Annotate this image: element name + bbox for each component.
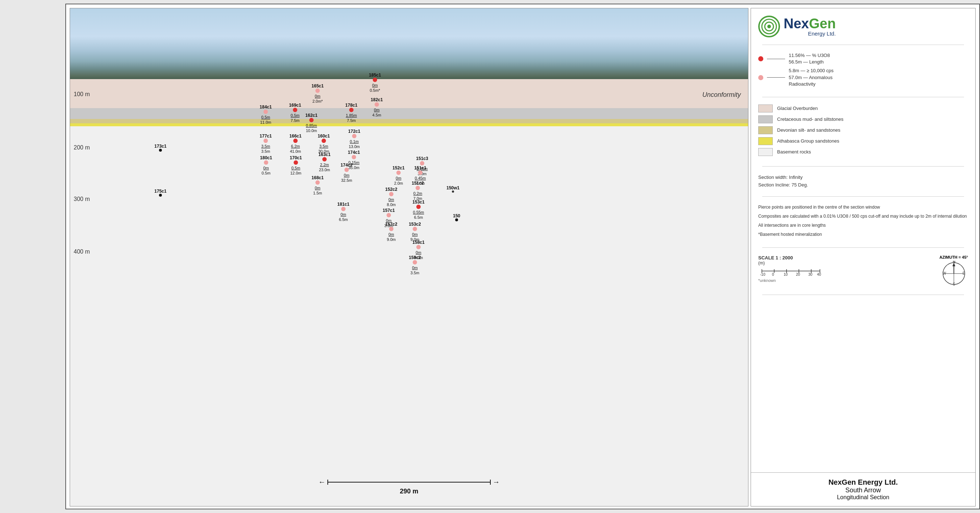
hole-data: 0m8.0m [387,197,396,208]
unconformity-label: Unconformity [702,91,741,98]
geo-devonian: Devonian silt- and sandstones [758,126,968,134]
logo-gen: Gen [809,16,836,31]
hole-label: 163c1 [318,152,330,157]
depth-100: 100 m [74,91,90,98]
svg-text:10: 10 [784,272,788,276]
logo-nex: Nex [784,16,809,31]
dot-pink [352,134,356,138]
hole-label: 177c1 [259,133,272,138]
geo-label-athabasca: Athabasca Group sandstones [777,138,839,144]
geo-box-athabasca [758,137,773,145]
hole-data: 0.5m11.0m [260,114,272,125]
arrow-left: ← [318,478,326,486]
right-panel: NexGen Energy Ltd. 11.56% — % U3O8 56.5m… [751,8,976,507]
hole-label: 165c1 [312,83,323,89]
note-item: All intersections are in core lengths [758,222,968,229]
geo-cretaceous: Cretaceous mud- and siltstones [758,115,968,123]
note-item: Composites are calculated with a 0.01% U… [758,213,968,220]
geo-label-cretaceous: Cretaceous mud- and siltstones [777,116,843,122]
dot-black [455,218,458,221]
drill-hole-175c1: 175c1 [148,189,173,197]
hole-label: 162c1 [305,113,317,118]
geo-label-devonian: Devonian silt- and sandstones [777,127,840,133]
drill-hole-172c1: 172c1 0.1m13.0m [342,129,367,149]
scale-bar-svg: -10 0 10 20 30 40 [758,265,831,276]
hole-label: 185c1 [369,73,381,78]
hole-data: 0m0.5m* [370,83,380,93]
svg-text:E: E [963,272,965,275]
divider-3 [762,166,964,167]
hole-label: 184c1 [259,105,272,110]
dot-black [159,194,162,197]
hole-label: 169c1 [289,103,301,108]
dot-red [416,205,421,209]
hole-data: 0m32.5m [341,173,352,183]
athabasca-layer [70,123,748,126]
hole-data: 0m1.5m [313,186,322,196]
dot-red [293,108,297,112]
dot-pink [315,89,320,93]
cretaceous-layer [70,108,748,119]
depth-400: 400 m [74,249,90,255]
dot-pink [389,227,393,231]
drill-hole-185c1: 185c1 0m0.5m* [362,73,388,93]
note-item: *Basement hosted mineralization [758,231,968,238]
title-company: NexGen Energy Ltd. [758,478,968,486]
dot-pink [344,168,349,172]
drill-hole-184c1: 184c1 0.5m11.0m [253,105,278,125]
dot-red [293,138,298,143]
dot-red [322,157,327,162]
drill-hole-173c1: 173c1 [148,144,173,152]
hole-label: 151c3 [416,156,428,161]
dot-none [452,191,454,193]
hole-data: 0.5m12.0m [290,165,302,176]
hole-label: 158c2 [409,255,421,260]
legend-area: 11.56% — % U3O8 56.5m — Length 5.8m — ≥ … [751,49,975,93]
geology-legend: Glacial Overburden Cretaceous mud- and s… [751,101,975,162]
section-info: Section width: Infinity Section Incline:… [751,170,975,193]
compass-box: AZIMUTH = 45° N S E [939,255,968,287]
hole-label: 150w1 [447,186,460,191]
divider-2 [762,97,964,97]
legend-text-1: 11.56% — % U3O8 56.5m — Length [789,52,830,65]
hole-data: 0m2.0m [394,176,403,186]
dot-red [349,108,353,112]
dot-pink [264,138,268,143]
svg-text:N: N [953,261,955,264]
divider-1 [762,44,964,45]
nexgen-logo-icon [758,16,780,37]
geo-box-cretaceous [758,115,773,123]
hole-data: 0m0.5m [262,165,270,176]
scale-compass-area: SCALE 1 : 2000 (m) -10 0 10 2 [751,251,975,291]
hole-label: 175c1 [154,189,166,194]
dot-pink [315,180,320,185]
hole-label: 160c1 [318,133,329,138]
dot-pink [418,170,423,175]
legend-dot-pink [758,75,763,80]
dot-pink [420,161,424,165]
hole-label: 157c1 [383,208,395,213]
svg-text:40: 40 [817,272,821,276]
title-project: South Arrow [758,486,968,494]
svg-text:30: 30 [808,272,813,276]
dot-pink [341,207,345,211]
devonian-layer [70,119,748,123]
hole-label: 170c1 [290,155,302,160]
svg-text:W: W [943,272,946,275]
drill-hole-168c1: 168c1 0m1.5m [305,175,330,196]
legend-line-2 [767,77,785,78]
hole-label: 153c2 [409,222,421,227]
dot-pink [413,260,417,264]
drill-hole-166c1: 166c1 6.2m41.0m [283,133,308,154]
drill-hole-180c1: 180c1 0m0.5m [253,155,279,176]
divider-5 [762,248,964,248]
drill-hole-157c2: 157c2 0m9.0m [379,222,404,242]
logo-energy: Energy Ltd. [784,30,836,37]
geo-basement: Basement rocks [758,148,968,156]
drill-hole-151c2: 151c2 0.2m7.0m [405,181,431,201]
note-item: Pierce points are positioned in the cent… [758,204,968,211]
hole-label: 152c1 [392,165,404,170]
drill-hole-150w1: 150w1 [440,186,466,193]
hole-label: 152c2 [385,187,397,192]
dot-pink [387,213,391,217]
